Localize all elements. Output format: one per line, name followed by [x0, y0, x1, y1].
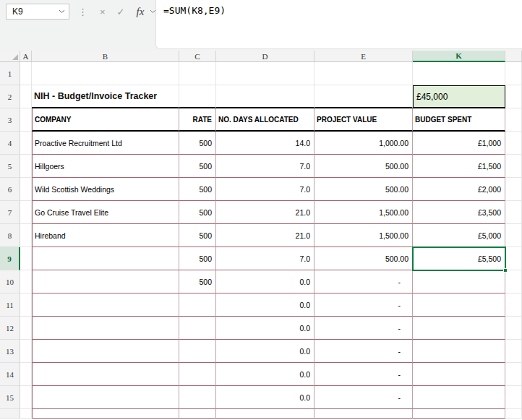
cell-K6[interactable]: £2,000: [413, 178, 505, 201]
cell-D16[interactable]: [216, 409, 315, 419]
cell-K9[interactable]: £5,500: [413, 247, 505, 270]
row-header-3[interactable]: 3: [0, 108, 20, 132]
cell-D13[interactable]: 0.0: [216, 340, 315, 363]
cell-A11[interactable]: [20, 293, 32, 317]
cell-A8[interactable]: [20, 224, 32, 247]
cell-D12[interactable]: 0.0: [216, 317, 315, 340]
cell-A6[interactable]: [20, 178, 32, 201]
cell-C3-header-rate[interactable]: RATE: [179, 108, 216, 132]
cell-A12[interactable]: [20, 317, 32, 340]
cell-E2[interactable]: [315, 85, 413, 108]
cell-B13[interactable]: [32, 340, 179, 363]
cell-D9[interactable]: 7.0: [216, 247, 315, 270]
cell-B2-title[interactable]: NIH - Budget/Invoice Tracker: [32, 85, 179, 108]
cell-D8[interactable]: 21.0: [216, 224, 315, 247]
row-header-8[interactable]: 8: [0, 224, 20, 247]
cell-E16[interactable]: [315, 409, 413, 419]
cell-K11[interactable]: [413, 293, 505, 317]
more-options-icon[interactable]: ⋮: [78, 7, 87, 17]
cell-B1[interactable]: [32, 62, 179, 85]
cell-E1[interactable]: [315, 62, 413, 85]
cell-C16[interactable]: [179, 409, 216, 419]
cell-B10[interactable]: [32, 270, 179, 293]
cell-K16[interactable]: [413, 409, 505, 419]
row-header-2[interactable]: 2: [0, 85, 20, 108]
column-header-D[interactable]: D: [216, 51, 315, 62]
name-box[interactable]: K9: [6, 4, 69, 20]
cell-D10[interactable]: 0.0: [216, 270, 315, 293]
cell-K2-budget-total[interactable]: £45,000: [413, 85, 505, 108]
cell-K14[interactable]: [413, 363, 505, 386]
cell-E11[interactable]: -: [315, 293, 413, 317]
cell-C14[interactable]: [179, 363, 216, 386]
cell-A10[interactable]: [20, 270, 32, 293]
row-header-9[interactable]: 9: [0, 247, 20, 270]
column-header-K[interactable]: K: [413, 51, 505, 62]
cell-D5[interactable]: 7.0: [216, 155, 315, 178]
fill-handle[interactable]: [503, 268, 508, 273]
cell-B9[interactable]: [32, 247, 179, 270]
cell-E5[interactable]: 500.00: [315, 155, 413, 178]
cell-E9[interactable]: 500.00: [315, 247, 413, 270]
cell-K15[interactable]: [413, 386, 505, 409]
cell-D1[interactable]: [216, 62, 315, 85]
cell-A16[interactable]: [20, 409, 32, 419]
cell-D2[interactable]: [216, 85, 315, 108]
row-header-16[interactable]: [0, 409, 20, 419]
cell-B12[interactable]: [32, 317, 179, 340]
confirm-icon[interactable]: ✓: [117, 7, 125, 17]
cell-E6[interactable]: 500.00: [315, 178, 413, 201]
cell-K4[interactable]: £1,000: [413, 132, 505, 155]
column-header-E[interactable]: E: [315, 51, 413, 62]
cell-A7[interactable]: [20, 201, 32, 224]
cell-E10[interactable]: -: [315, 270, 413, 293]
row-header-6[interactable]: 6: [0, 178, 20, 201]
cell-B4[interactable]: Proactive Recruitment Ltd: [32, 132, 179, 155]
cell-C4[interactable]: 500: [179, 132, 216, 155]
cell-C10[interactable]: 500: [179, 270, 216, 293]
cell-D11[interactable]: 0.0: [216, 293, 315, 317]
cell-C9[interactable]: 500: [179, 247, 216, 270]
cell-E7[interactable]: 1,500.00: [315, 201, 413, 224]
cell-B15[interactable]: [32, 386, 179, 409]
cell-C11[interactable]: [179, 293, 216, 317]
cell-C1[interactable]: [179, 62, 216, 85]
column-header-B[interactable]: B: [32, 51, 179, 62]
row-header-7[interactable]: 7: [0, 201, 20, 224]
row-header-4[interactable]: 4: [0, 132, 20, 155]
cell-K1[interactable]: [413, 62, 505, 85]
cell-A13[interactable]: [20, 340, 32, 363]
cell-K8[interactable]: £5,000: [413, 224, 505, 247]
cell-C7[interactable]: 500: [179, 201, 216, 224]
cell-D4[interactable]: 14.0: [216, 132, 315, 155]
cell-B8[interactable]: Hireband: [32, 224, 179, 247]
row-header-15[interactable]: 15: [0, 386, 20, 409]
cell-C12[interactable]: [179, 317, 216, 340]
cell-E12[interactable]: -: [315, 317, 413, 340]
row-header-11[interactable]: 11: [0, 293, 20, 317]
cancel-icon[interactable]: ×: [100, 7, 106, 17]
row-header-13[interactable]: 13: [0, 340, 20, 363]
row-header-5[interactable]: 5: [0, 155, 20, 178]
cell-E8[interactable]: 1,500.00: [315, 224, 413, 247]
name-box-chevron-icon[interactable]: [59, 9, 65, 14]
cell-D15[interactable]: 0.0: [216, 386, 315, 409]
column-header-C[interactable]: C: [179, 51, 216, 62]
cell-E15[interactable]: -: [315, 386, 413, 409]
column-header-A[interactable]: A: [20, 51, 32, 62]
cell-D14[interactable]: 0.0: [216, 363, 315, 386]
row-header-14[interactable]: 14: [0, 363, 20, 386]
cell-K5[interactable]: £1,500: [413, 155, 505, 178]
cell-E3-header-value[interactable]: PROJECT VALUE: [315, 108, 413, 132]
formula-input[interactable]: =SUM(K8,E9): [155, 0, 522, 49]
cell-K12[interactable]: [413, 317, 505, 340]
cell-A14[interactable]: [20, 363, 32, 386]
cell-C6[interactable]: 500: [179, 178, 216, 201]
cell-B11[interactable]: [32, 293, 179, 317]
cell-E14[interactable]: -: [315, 363, 413, 386]
cell-D6[interactable]: 7.0: [216, 178, 315, 201]
cell-A3[interactable]: [20, 108, 32, 132]
cell-K3-header-spent[interactable]: BUDGET SPENT: [413, 108, 505, 132]
cell-A5[interactable]: [20, 155, 32, 178]
row-header-1[interactable]: 1: [0, 62, 20, 85]
